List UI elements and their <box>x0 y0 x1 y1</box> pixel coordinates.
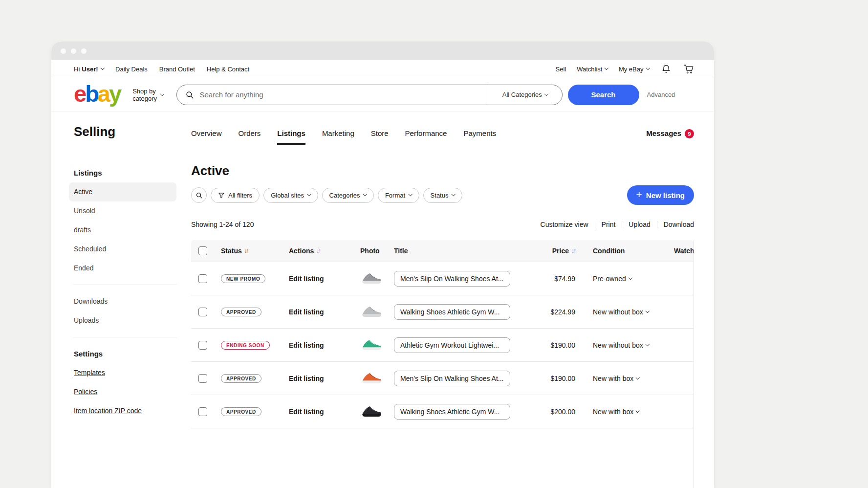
edit-listing-link[interactable]: Edit listing <box>289 308 324 316</box>
filter-pill-format[interactable]: Format <box>378 188 419 203</box>
listing-title-box[interactable]: Walking Shoes Athletic Gym W... <box>394 404 510 420</box>
topnav-link-brand-outlet[interactable]: Brand Outlet <box>159 66 195 73</box>
topnav-link-sell[interactable]: Sell <box>555 66 566 73</box>
header-cell-actions[interactable]: Actions↓↑ <box>289 247 360 255</box>
site-header: ebay Shop by category All Categories Sea… <box>51 78 714 111</box>
search-input[interactable] <box>199 90 488 99</box>
row-select-cell <box>191 308 221 316</box>
tab-listings[interactable]: Listings <box>277 129 305 145</box>
edit-listing-link[interactable]: Edit listing <box>289 275 324 283</box>
all-filters-button[interactable]: All filters <box>211 188 260 203</box>
condition-dropdown[interactable]: New with box <box>593 408 639 416</box>
ebay-logo[interactable]: ebay <box>74 82 120 105</box>
shop-by-category[interactable]: Shop by category <box>132 88 163 102</box>
topnav-link-my-ebay[interactable]: My eBay <box>619 66 649 73</box>
row-photo-cell <box>360 371 394 386</box>
status-badge: APPROVED <box>221 308 261 316</box>
condition-dropdown[interactable]: New without box <box>593 341 649 349</box>
edit-listing-link[interactable]: Edit listing <box>289 408 324 416</box>
select-all-checkbox[interactable] <box>198 246 207 255</box>
logo-letter: b <box>85 82 98 105</box>
sidebar-item-unsold[interactable]: Unsold <box>69 201 176 221</box>
toolbar-link-download[interactable]: Download <box>664 221 694 228</box>
row-title-cell: Men's Slip On Walking Shoes At... <box>394 371 533 386</box>
row-photo-cell <box>360 404 394 419</box>
results-summary: Showing 1-24 of 120 <box>191 221 254 228</box>
listing-title-box[interactable]: Men's Slip On Walking Shoes At... <box>394 371 510 386</box>
row-status-cell: APPROVED <box>221 374 289 383</box>
table-row: ENDING SOONEdit listingAthletic Gym Work… <box>191 329 694 362</box>
chevron-down-icon <box>160 92 164 96</box>
search-button[interactable]: Search <box>568 85 639 105</box>
toolbar-link-print[interactable]: Print <box>602 221 616 228</box>
greeting-name: User! <box>82 66 98 73</box>
greeting-prefix: Hi <box>74 66 80 73</box>
logo-letter: e <box>74 82 85 105</box>
row-checkbox[interactable] <box>198 308 207 316</box>
filter-pill-global-sites[interactable]: Global sites <box>263 188 318 203</box>
sidebar-item-ended[interactable]: Ended <box>69 259 176 278</box>
chevron-down-icon <box>629 276 632 280</box>
sidebar-item-item-location-zip-code[interactable]: Item location ZIP code <box>69 401 176 421</box>
sidebar-item-downloads[interactable]: Downloads <box>69 292 176 311</box>
tab-overview[interactable]: Overview <box>191 129 222 145</box>
header-cell-condition: Condition <box>582 247 663 255</box>
condition-dropdown[interactable]: New without box <box>593 308 649 316</box>
new-listing-button[interactable]: + New listing <box>627 185 694 205</box>
sidebar-item-active[interactable]: Active <box>69 182 176 201</box>
condition-dropdown[interactable]: Pre-owned <box>593 275 631 283</box>
row-checkbox[interactable] <box>198 341 207 350</box>
header-cell-watch: Watch <box>663 247 694 255</box>
toolbar-link-upload[interactable]: Upload <box>629 221 650 228</box>
row-checkbox[interactable] <box>198 407 207 416</box>
table-row: APPROVEDEdit listingMen's Slip On Walkin… <box>191 362 694 395</box>
listing-title-box[interactable]: Walking Shoes Athletic Gym W... <box>394 304 510 320</box>
header-cell-status[interactable]: Status↓↑ <box>221 247 289 255</box>
sidebar-item-templates[interactable]: Templates <box>69 363 176 382</box>
tab-payments[interactable]: Payments <box>463 129 496 145</box>
tab-marketing[interactable]: Marketing <box>322 129 354 145</box>
sidebar-item-drafts[interactable]: drafts <box>69 221 176 240</box>
advanced-search-link[interactable]: Advanced <box>647 91 675 98</box>
sidebar-group-settings: TemplatesPoliciesItem location ZIP code <box>74 363 176 421</box>
condition-dropdown[interactable]: New with box <box>593 375 639 382</box>
topnav-link-daily-deals[interactable]: Daily Deals <box>115 66 148 73</box>
filter-pill-status[interactable]: Status <box>423 188 462 203</box>
category-dropdown-label: All Categories <box>502 91 542 98</box>
tab-store[interactable]: Store <box>371 129 389 145</box>
listing-price: $190.00 <box>533 341 582 349</box>
cart-icon[interactable] <box>683 64 694 74</box>
listing-title-box[interactable]: Men's Slip On Walking Shoes At... <box>394 271 510 287</box>
header-cell-price[interactable]: Price↓↑ <box>533 247 582 255</box>
sidebar-item-scheduled[interactable]: Scheduled <box>69 240 176 259</box>
row-photo-cell <box>360 305 394 319</box>
tab-orders[interactable]: Orders <box>239 129 261 145</box>
search-listings-button[interactable] <box>191 187 207 203</box>
messages-count-badge: 9 <box>685 129 694 138</box>
column-label: Price <box>552 247 569 255</box>
topnav-link-watchlist[interactable]: Watchlist <box>577 66 608 73</box>
condition-label: Pre-owned <box>593 275 626 283</box>
window-dot <box>61 48 66 54</box>
sidebar-item-uploads[interactable]: Uploads <box>69 311 176 330</box>
bell-icon[interactable] <box>661 64 671 74</box>
filter-pill-categories[interactable]: Categories <box>322 188 374 203</box>
listings-table: Status↓↑Actions↓↑PhotoTitlePrice↓↑Condit… <box>191 240 694 488</box>
row-checkbox[interactable] <box>198 274 207 283</box>
row-checkbox[interactable] <box>198 374 207 383</box>
shopby-line2: category <box>132 95 157 102</box>
account-greeting[interactable]: Hi User! <box>74 66 104 73</box>
tab-performance[interactable]: Performance <box>405 129 447 145</box>
topnav-links-left: Daily DealsBrand OutletHelp & Contact <box>115 66 249 73</box>
toolbar-link-customize-view[interactable]: Customize view <box>541 221 588 228</box>
column-label: Photo <box>360 247 380 255</box>
edit-listing-link[interactable]: Edit listing <box>289 375 324 382</box>
messages-link[interactable]: Messages 9 <box>646 129 694 138</box>
edit-listing-link[interactable]: Edit listing <box>289 341 324 349</box>
row-photo-cell <box>360 271 394 286</box>
sidebar-item-policies[interactable]: Policies <box>69 382 176 401</box>
listing-title-box[interactable]: Athletic Gym Workout Lightwei... <box>394 337 510 353</box>
seller-tabs: OverviewOrdersListingsMarketingStorePerf… <box>191 129 496 145</box>
topnav-link-help-contact[interactable]: Help & Contact <box>207 66 249 73</box>
category-dropdown[interactable]: All Categories <box>488 85 562 105</box>
